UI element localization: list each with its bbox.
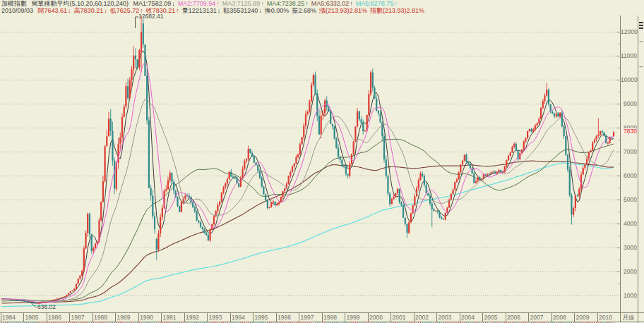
trend-arrow-icon: ↑ bbox=[216, 0, 220, 7]
year-label: 1992 bbox=[186, 314, 199, 321]
ma-settings-label: 簡單移動平均(5,10,20,60,120,240) bbox=[32, 0, 129, 7]
grip-bar bbox=[639, 25, 643, 26]
date-label: 2010/09/03 bbox=[1, 7, 33, 14]
quote-field: 開7643.61↓ bbox=[38, 7, 71, 14]
quote-field-value: (213.93)2.81% bbox=[326, 7, 367, 14]
quote-field: 換0.00% bbox=[265, 7, 290, 14]
trend-arrow-icon: ↓ bbox=[104, 7, 107, 14]
y-axis-tick-label: 12000 bbox=[621, 29, 637, 35]
year-label: 2004 bbox=[461, 314, 475, 321]
quote-field-label: 收 bbox=[146, 7, 153, 14]
y-axis-tick-label: 10000 bbox=[621, 77, 637, 83]
right-edge-grip-handle[interactable] bbox=[639, 22, 643, 32]
quote-field-label: 漲 bbox=[319, 7, 326, 14]
trend-arrow-icon: ↓ bbox=[258, 7, 262, 14]
quote-field-value: 35531240 bbox=[229, 7, 258, 14]
quote-field-value: 0.00% bbox=[271, 7, 290, 14]
quote-field-label: 換 bbox=[265, 7, 271, 14]
header-line-quote: 2010/09/03 開7643.61↓高7830.21↓低7625.72↑收7… bbox=[1, 7, 643, 14]
quote-field: 低7625.72↑ bbox=[110, 7, 143, 14]
year-label: 1989 bbox=[117, 314, 131, 321]
trend-arrow-icon: ↑ bbox=[305, 0, 309, 7]
year-label: 2008 bbox=[553, 314, 566, 321]
trend-arrow-icon: ↓ bbox=[172, 0, 175, 7]
ma-value-2: MA2:7709.94 bbox=[178, 0, 216, 7]
y-axis-tick-label: 6000 bbox=[621, 173, 637, 179]
trend-arrow-icon: ↑ bbox=[350, 0, 353, 7]
quote-field-value: 12213131 bbox=[189, 7, 217, 14]
ma-value-3: MA3:7125.89 bbox=[222, 0, 261, 7]
quote-field-value: 2.68% bbox=[298, 7, 316, 14]
quote-field: 指數(213.93)2.81% bbox=[370, 7, 424, 14]
ma-value-6: MA6:6278.75 bbox=[356, 0, 394, 7]
year-label: 1990 bbox=[140, 314, 153, 321]
year-label: 1986 bbox=[48, 314, 61, 321]
period-mode-monthly[interactable]: 月線 bbox=[619, 314, 638, 321]
year-label: 1995 bbox=[255, 314, 268, 321]
quote-field-value: 7830.21 bbox=[153, 7, 176, 14]
header-line-ma: 加權指數 簡單移動平均(5,10,20,60,120,240) MA1:7582… bbox=[1, 0, 643, 7]
year-label: 1984 bbox=[2, 314, 16, 321]
index-title: 加權指數 bbox=[1, 0, 27, 7]
year-label: 1985 bbox=[25, 314, 39, 321]
quote-field: 振2.68% bbox=[292, 7, 316, 14]
year-label: 1999 bbox=[347, 314, 360, 321]
year-label: 2005 bbox=[484, 314, 498, 321]
quote-field: 高7830.21↓ bbox=[74, 7, 107, 14]
quote-field-list: 開7643.61↓高7830.21↓低7625.72↑收7830.21↑量122… bbox=[38, 7, 427, 14]
quote-field-label: 額 bbox=[223, 7, 229, 14]
year-label: 1997 bbox=[301, 314, 314, 321]
y-axis-tick-label: 4000 bbox=[621, 221, 637, 227]
y-axis-tick-label: 2000 bbox=[621, 269, 637, 275]
quote-field-value: (213.93)2.81% bbox=[383, 7, 424, 14]
quote-field: 收7830.21↑ bbox=[146, 7, 179, 14]
trend-arrow-icon: ↓ bbox=[217, 7, 221, 14]
quote-field: 量12213131↓ bbox=[182, 7, 221, 14]
y-axis-tick-label: 7000 bbox=[621, 149, 637, 155]
y-axis-tick-label: 11000 bbox=[621, 53, 637, 59]
ma-value-4: MA4:7238.25 bbox=[267, 0, 305, 7]
y-axis-tick-label: 5000 bbox=[621, 197, 637, 203]
price-chart-plot[interactable] bbox=[0, 0, 644, 323]
grip-bar bbox=[639, 22, 643, 23]
year-label: 1991 bbox=[163, 314, 177, 321]
trend-arrow-icon: ↑ bbox=[140, 7, 143, 14]
header-bar: 加權指數 簡單移動平均(5,10,20,60,120,240) MA1:7582… bbox=[1, 0, 643, 14]
year-label: 2009 bbox=[576, 314, 590, 321]
peak-annotation: 12682.41 bbox=[138, 13, 163, 20]
quote-field: 額35531240↓ bbox=[223, 7, 262, 14]
ma-value-1: MA1:7582.09 bbox=[133, 0, 172, 7]
quote-field-label: 指數 bbox=[370, 7, 383, 14]
year-label: 2007 bbox=[530, 314, 544, 321]
quote-field-value: 7625.72 bbox=[117, 7, 140, 14]
year-label: 1993 bbox=[209, 314, 222, 321]
ma-value-5: MA5:6332.02 bbox=[311, 0, 350, 7]
quote-field-value: 7830.21 bbox=[80, 7, 104, 14]
trend-arrow-icon: ↑ bbox=[261, 0, 264, 7]
y-axis-tick-label: 9000 bbox=[621, 101, 637, 107]
year-label: 2000 bbox=[369, 314, 383, 321]
trend-arrow-icon: ↓ bbox=[68, 7, 71, 14]
year-label: 2003 bbox=[439, 314, 452, 321]
y-axis-tick-label: 1000 bbox=[621, 293, 637, 299]
quote-field-label: 高 bbox=[74, 7, 80, 14]
quote-field-label: 低 bbox=[110, 7, 117, 14]
y-axis-tick-label: 3000 bbox=[621, 245, 637, 251]
ma-value-list: MA1:7582.09↓MA2:7709.94↑MA3:7125.89↑MA4:… bbox=[133, 0, 400, 7]
trend-arrow-icon: ↑ bbox=[176, 7, 179, 14]
year-label: 2010 bbox=[599, 314, 612, 321]
year-label: 1996 bbox=[278, 314, 291, 321]
trough-annotation: 636.02 bbox=[37, 304, 56, 310]
stock-chart-window: 加權指數 簡單移動平均(5,10,20,60,120,240) MA1:7582… bbox=[0, 0, 644, 323]
quote-field-label: 量 bbox=[182, 7, 189, 14]
trend-arrow-icon: ↑ bbox=[394, 0, 398, 7]
year-label: 2001 bbox=[393, 314, 406, 321]
year-label: 2002 bbox=[415, 314, 429, 321]
year-label: 1987 bbox=[71, 314, 85, 321]
year-label: 1988 bbox=[94, 314, 107, 321]
grip-bar bbox=[639, 28, 643, 29]
quote-field: 漲(213.93)2.81% bbox=[319, 7, 367, 14]
year-label: 1994 bbox=[232, 314, 245, 321]
last-price-tag: 7830 bbox=[621, 128, 637, 135]
year-label: 1998 bbox=[323, 314, 337, 321]
